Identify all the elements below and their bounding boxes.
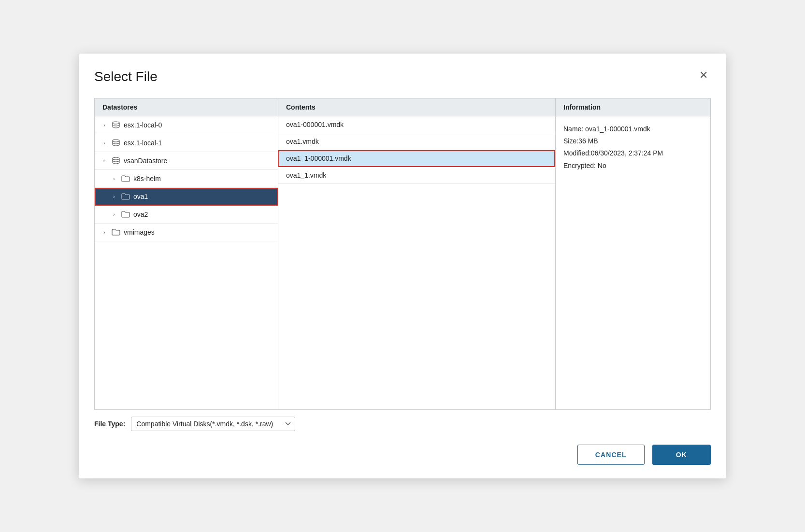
content-item-ova1-000001[interactable]: ova1-000001.vmdk: [278, 116, 555, 133]
filetype-select[interactable]: Compatible Virtual Disks(*.vmdk, *.dsk, …: [131, 417, 295, 431]
datastore-label: vsanDatastore: [124, 157, 167, 165]
contents-header: Contents: [278, 98, 555, 116]
database-icon: [111, 138, 121, 148]
chevron-icon: ›: [110, 194, 118, 199]
datastore-label: ova1: [133, 193, 148, 200]
datastore-label: ova2: [133, 210, 148, 218]
datastore-item-esx1local1[interactable]: › esx.1-local-1: [95, 134, 278, 152]
datastore-label: vmimages: [124, 228, 155, 236]
content-item-label: ova1_1.vmdk: [286, 171, 326, 179]
info-name: Name: ova1_1-000001.vmdk: [563, 123, 703, 135]
main-panels: Datastores › esx.1-local-0: [94, 98, 711, 410]
filetype-label: File Type:: [94, 420, 125, 428]
information-panel: Information Name: ova1_1-000001.vmdk Siz…: [556, 98, 710, 409]
folder-icon: [121, 210, 130, 219]
datastore-label: k8s-helm: [133, 175, 161, 182]
datastore-item-ova2[interactable]: › ova2: [95, 206, 278, 224]
cancel-button[interactable]: CANCEL: [577, 445, 645, 465]
button-row: CANCEL OK: [94, 431, 711, 465]
info-modified: Modified:06/30/2023, 2:37:24 PM: [563, 147, 703, 159]
datastore-item-vsan[interactable]: › vsanDatastore: [95, 152, 278, 170]
datastore-item-k8shelm[interactable]: › k8s-helm: [95, 170, 278, 188]
datastore-item-esx1local0[interactable]: › esx.1-local-0: [95, 116, 278, 134]
svg-point-0: [113, 122, 119, 124]
datastore-item-ova1[interactable]: › ova1: [95, 188, 278, 206]
filetype-row: File Type: Compatible Virtual Disks(*.vm…: [94, 410, 711, 431]
content-item-ova1_1-000001[interactable]: ova1_1-000001.vmdk: [278, 150, 555, 167]
chevron-icon: ›: [101, 123, 108, 128]
chevron-icon: ›: [110, 212, 118, 217]
content-item-ova1_1vmdk[interactable]: ova1_1.vmdk: [278, 167, 555, 184]
datastore-label: esx.1-local-0: [124, 121, 162, 129]
content-item-label: ova1-000001.vmdk: [286, 121, 344, 128]
datastores-body: › esx.1-local-0 ›: [95, 116, 278, 409]
ok-button[interactable]: OK: [652, 445, 711, 465]
database-icon: [111, 156, 121, 166]
dialog-title-row: Select File ✕: [94, 69, 711, 84]
contents-body: ova1-000001.vmdk ova1.vmdk ova1_1-000001…: [278, 116, 555, 409]
datastore-item-vmimages[interactable]: › vmimages: [95, 224, 278, 241]
folder-icon: [111, 227, 121, 237]
datastore-label: esx.1-local-1: [124, 139, 162, 147]
information-header: Information: [556, 98, 710, 116]
contents-panel: Contents ova1-000001.vmdk ova1.vmdk ova1…: [278, 98, 556, 409]
svg-point-2: [113, 157, 119, 160]
database-icon: [111, 120, 121, 130]
information-body: Name: ova1_1-000001.vmdk Size:36 MB Modi…: [556, 116, 710, 409]
select-file-dialog: Select File ✕ Datastores › esx.1-: [79, 54, 726, 478]
chevron-icon: ›: [101, 158, 108, 164]
content-item-label: ova1_1-000001.vmdk: [286, 154, 351, 162]
close-button[interactable]: ✕: [696, 69, 711, 82]
folder-icon: [121, 192, 130, 201]
content-item-label: ova1.vmdk: [286, 138, 319, 145]
folder-icon: [121, 174, 130, 183]
info-encrypted: Encrypted: No: [563, 160, 703, 172]
chevron-icon: ›: [110, 176, 118, 182]
dialog-title: Select File: [94, 69, 158, 84]
info-size: Size:36 MB: [563, 135, 703, 147]
svg-point-1: [113, 140, 119, 142]
datastores-header: Datastores: [95, 98, 278, 116]
content-item-ova1vmdk[interactable]: ova1.vmdk: [278, 133, 555, 150]
chevron-icon: ›: [101, 230, 108, 235]
chevron-icon: ›: [101, 140, 108, 146]
datastores-panel: Datastores › esx.1-local-0: [95, 98, 278, 409]
